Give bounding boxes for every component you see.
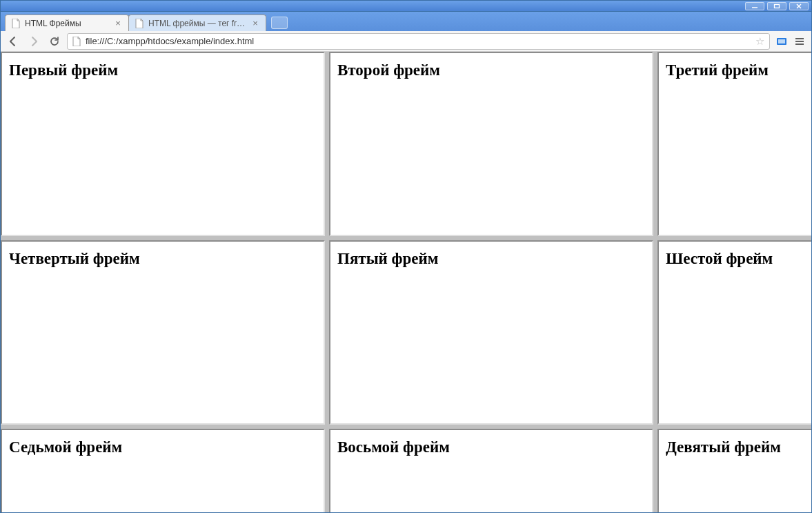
back-button[interactable]	[5, 33, 21, 50]
frame-heading: Шестой фрейм	[666, 250, 811, 268]
browser-toolbar: file:///C:/xampp/htdocs/example/index.ht…	[1, 31, 811, 52]
reload-button[interactable]	[46, 33, 63, 50]
frame-heading: Пятый фрейм	[337, 250, 645, 268]
frame-heading: Третий фрейм	[666, 61, 811, 79]
bookmark-star-icon[interactable]: ☆	[754, 35, 765, 48]
file-icon	[135, 19, 144, 28]
browser-tab-active[interactable]: HTML Фреймы ×	[5, 14, 129, 31]
svg-rect-5	[778, 39, 785, 43]
minimize-button[interactable]	[745, 2, 764, 10]
extension-icon[interactable]	[774, 34, 789, 49]
address-bar[interactable]: file:///C:/xampp/htdocs/example/index.ht…	[67, 33, 770, 50]
file-icon	[72, 37, 81, 46]
forward-button[interactable]	[26, 33, 42, 50]
frame-cell[interactable]: Третий фрейм	[657, 52, 811, 236]
close-tab-icon[interactable]: ×	[250, 19, 260, 28]
new-tab-button[interactable]	[271, 17, 288, 29]
frame-cell[interactable]: Девятый фрейм	[657, 429, 811, 512]
frame-cell[interactable]: Пятый фрейм	[329, 240, 653, 425]
frame-cell[interactable]: Четвертый фрейм	[1, 240, 325, 425]
frame-heading: Седьмой фрейм	[9, 438, 317, 456]
window-titlebar	[1, 1, 811, 12]
frame-heading: Девятый фрейм	[666, 438, 811, 456]
url-text: file:///C:/xampp/htdocs/example/index.ht…	[86, 36, 750, 46]
frame-cell[interactable]: Второй фрейм	[329, 52, 653, 236]
frame-heading: Восьмой фрейм	[337, 438, 645, 456]
tab-strip: HTML Фреймы × HTML фреймы — тег fram ×	[1, 12, 811, 31]
browser-tab-inactive[interactable]: HTML фреймы — тег fram ×	[128, 14, 266, 31]
menu-button[interactable]	[792, 34, 807, 49]
frame-cell[interactable]: Шестой фрейм	[657, 240, 811, 425]
tab-title: HTML фреймы — тег fram	[148, 19, 246, 28]
tab-title: HTML Фреймы	[25, 19, 109, 28]
svg-rect-1	[775, 4, 780, 8]
file-icon	[11, 19, 21, 28]
frame-heading: Четвертый фрейм	[9, 250, 317, 268]
close-window-button[interactable]	[789, 2, 809, 10]
frame-cell[interactable]: Восьмой фрейм	[329, 429, 653, 512]
maximize-button[interactable]	[767, 2, 786, 10]
frameset-grid: Первый фрейм Второй фрейм Третий фрейм Ч…	[1, 52, 811, 512]
page-viewport: Первый фрейм Второй фрейм Третий фрейм Ч…	[1, 52, 811, 512]
frame-heading: Первый фрейм	[9, 61, 317, 79]
frame-cell[interactable]: Седьмой фрейм	[1, 429, 325, 512]
frame-cell[interactable]: Первый фрейм	[1, 52, 325, 236]
toolbar-right-icons	[774, 34, 807, 49]
frame-heading: Второй фрейм	[337, 61, 645, 79]
browser-window: HTML Фреймы × HTML фреймы — тег fram × f…	[0, 0, 812, 513]
close-tab-icon[interactable]: ×	[113, 19, 123, 28]
window-controls	[745, 2, 809, 10]
